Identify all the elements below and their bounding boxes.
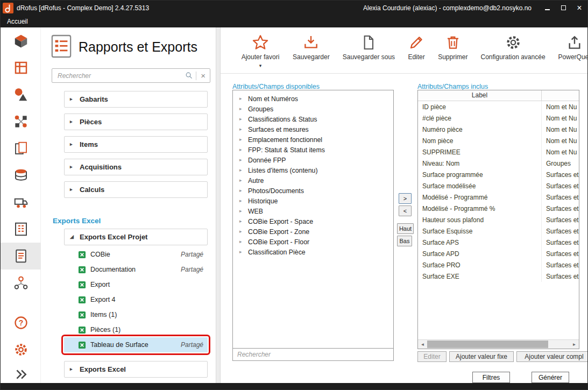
- filters-button[interactable]: Filtres: [472, 372, 510, 383]
- attribute-group-item[interactable]: ▸ Emplacement fonctionnel: [233, 134, 393, 145]
- attribute-group-item[interactable]: ▸ Autre: [233, 175, 393, 186]
- menu-accueil[interactable]: Accueil: [7, 18, 28, 25]
- table-row[interactable]: Surface Esquisse Surfaces et: [418, 225, 579, 237]
- table-row[interactable]: Niveau: Nom Groupes: [418, 158, 579, 169]
- table-row[interactable]: Surface programmée Surfaces et: [418, 169, 579, 180]
- minimize-button[interactable]: [539, 1, 555, 15]
- close-button[interactable]: ×: [571, 1, 587, 15]
- chevron-right-icon[interactable]: ▸: [239, 178, 244, 183]
- chevron-right-icon[interactable]: ▸: [239, 117, 244, 122]
- add-favorite-button[interactable]: Ajouter favori ▾: [236, 27, 285, 73]
- horizontal-scrollbar[interactable]: ◄ ►: [418, 339, 579, 349]
- add-fixed-value-button[interactable]: Ajouter valeur fixe: [449, 351, 514, 362]
- table-row[interactable]: Modélisé - Programmé Surfaces et: [418, 192, 579, 203]
- power-query-button[interactable]: PowerQuer: [553, 27, 587, 73]
- export-item[interactable]: Documentation Partagé: [64, 262, 208, 277]
- advanced-config-button[interactable]: Configuration avancée: [475, 27, 550, 73]
- table-row[interactable]: SUPPRIMEE Nom et Nu: [418, 146, 579, 158]
- table-row[interactable]: ID pièce Nom et Nu: [418, 101, 579, 112]
- sidebar-item-documents[interactable]: [1, 135, 41, 162]
- chevron-right-icon[interactable]: ▸: [239, 127, 244, 132]
- export-item[interactable]: Export 4: [64, 292, 208, 307]
- move-down-button[interactable]: Bas: [397, 236, 412, 246]
- sidebar-item-settings[interactable]: [1, 342, 41, 358]
- nav-section[interactable]: ▸ Pièces: [64, 114, 208, 130]
- attribute-group-item[interactable]: ▸ Listes d'items (contenu): [233, 165, 393, 175]
- nav-section[interactable]: ▸ Acquisitions: [64, 159, 208, 175]
- scrollbar-thumb[interactable]: [427, 341, 548, 348]
- add-complex-value-button[interactable]: Ajouter valeur compl: [516, 351, 587, 362]
- edit-button[interactable]: Editer: [402, 27, 430, 73]
- sidebar-item-items[interactable]: [1, 108, 41, 135]
- sidebar-item-logistics[interactable]: [1, 189, 41, 216]
- sidebar-item-finance[interactable]: [1, 162, 41, 189]
- label-column-header[interactable]: Label: [418, 90, 542, 101]
- export-item[interactable]: COBie Partagé: [64, 247, 208, 262]
- project-exports-header[interactable]: ◢ Exports Excel Projet: [64, 229, 208, 245]
- table-row[interactable]: Surface modélisée Surfaces et: [418, 180, 579, 192]
- remove-attribute-button[interactable]: <: [399, 205, 412, 216]
- chevron-right-icon[interactable]: ▸: [239, 219, 244, 224]
- table-row[interactable]: Numéro pièce Nom et Nu: [418, 124, 579, 135]
- attribute-group-item[interactable]: ▸ Donnée FPP: [233, 155, 393, 165]
- save-button[interactable]: Sauvegarder: [287, 27, 335, 73]
- nav-section[interactable]: ▸ Calculs: [64, 181, 208, 198]
- nav-section[interactable]: ▸ Gabarits: [64, 91, 208, 108]
- chevron-right-icon[interactable]: ▸: [239, 250, 244, 254]
- export-item[interactable]: Items (1): [64, 307, 208, 322]
- search-input[interactable]: [52, 72, 185, 80]
- attribute-group-item[interactable]: ▸ COBie Export - Zone: [233, 226, 393, 237]
- sidebar-item-functions[interactable]: [1, 81, 41, 108]
- table-row[interactable]: Surface EXE Surfaces et: [418, 271, 579, 282]
- sidebar-expand-button[interactable]: [1, 366, 41, 382]
- table-row[interactable]: Surface APS Surfaces et: [418, 237, 579, 248]
- attribute-group-item[interactable]: ▸ Historique: [233, 196, 393, 206]
- delete-button[interactable]: Supprimer: [433, 27, 473, 73]
- attribute-group-item[interactable]: ▸ Surfaces et mesures: [233, 124, 393, 134]
- attribute-group-item[interactable]: ▸ Nom et Numéros: [233, 94, 393, 104]
- export-item[interactable]: Export: [64, 277, 208, 292]
- sidebar-item-projects[interactable]: [1, 27, 41, 54]
- generate-button[interactable]: Générer: [532, 372, 569, 383]
- group-column-header[interactable]: [542, 90, 579, 101]
- chevron-right-icon[interactable]: ▸: [239, 188, 244, 193]
- available-search-input[interactable]: [233, 351, 393, 358]
- chevron-right-icon[interactable]: ▸: [239, 158, 244, 162]
- attribute-group-item[interactable]: ▸ Classification Pièce: [233, 247, 393, 257]
- attribute-group-item[interactable]: ▸ FPP: Statut & Statut items: [233, 145, 393, 155]
- table-row[interactable]: Modélisé - Programmé % Surfaces et: [418, 203, 579, 214]
- attribute-group-item[interactable]: ▸ Classifications & Status: [233, 114, 393, 124]
- table-row[interactable]: Nom pièce Nom et Nu: [418, 135, 579, 146]
- export-item[interactable]: Pièces (1): [64, 322, 208, 337]
- export-item[interactable]: Tableau de Surface Partagé: [64, 337, 208, 352]
- sidebar-item-building-structure[interactable]: [1, 216, 41, 243]
- chevron-right-icon[interactable]: ▸: [239, 239, 244, 244]
- attribute-group-item[interactable]: ▸ COBie Export - Floor: [233, 237, 393, 247]
- maximize-button[interactable]: [555, 1, 571, 15]
- chevron-right-icon[interactable]: ▸: [239, 229, 244, 234]
- sidebar-item-reports[interactable]: [1, 243, 41, 270]
- chevron-right-icon[interactable]: ▸: [239, 168, 244, 173]
- chevron-right-icon[interactable]: ▸: [239, 107, 244, 111]
- scroll-left-icon[interactable]: ◄: [418, 340, 427, 349]
- chevron-right-icon[interactable]: ▸: [239, 209, 244, 214]
- scroll-right-icon[interactable]: ►: [570, 340, 579, 349]
- chevron-right-icon[interactable]: ▸: [239, 137, 244, 142]
- table-row[interactable]: Hauteur sous plafond Surfaces et: [418, 214, 579, 225]
- sidebar-item-rooms[interactable]: [1, 54, 41, 81]
- table-row[interactable]: #clé pièce Nom et Nu: [418, 112, 579, 124]
- save-as-button[interactable]: Sauvegarder sous: [337, 27, 400, 73]
- attribute-group-item[interactable]: ▸ Groupes: [233, 104, 393, 114]
- chevron-right-icon[interactable]: ▸: [239, 96, 244, 101]
- attribute-group-item[interactable]: ▸ WEB: [233, 206, 393, 216]
- clear-search-icon[interactable]: ×: [199, 72, 210, 80]
- sidebar-item-help[interactable]: ?: [1, 315, 41, 331]
- nav-section[interactable]: ▸ Exports Excel: [64, 361, 208, 378]
- move-up-button[interactable]: Haut: [397, 223, 414, 234]
- table-row[interactable]: Surface APD Surfaces et: [418, 248, 579, 259]
- attribute-group-item[interactable]: ▸ COBie Export - Space: [233, 216, 393, 226]
- nav-section[interactable]: ▸ Items: [64, 136, 208, 153]
- add-attribute-button[interactable]: >: [399, 193, 412, 204]
- search-icon[interactable]: [185, 71, 194, 80]
- attribute-group-item[interactable]: ▸ Photos/Documents: [233, 186, 393, 196]
